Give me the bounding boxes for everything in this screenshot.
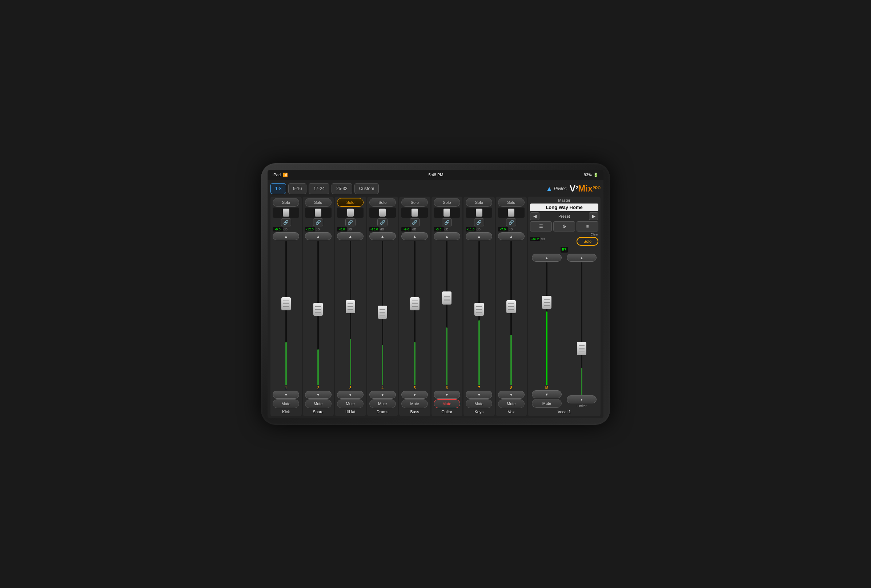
fader-thumb-6[interactable] bbox=[442, 292, 452, 305]
link-btn-7[interactable]: 🔗 bbox=[474, 218, 484, 226]
link-btn-5[interactable]: 🔗 bbox=[410, 218, 420, 226]
fader-thumb-8[interactable] bbox=[506, 300, 516, 313]
limiter-down-btn[interactable]: ▼ bbox=[567, 395, 597, 403]
db-value-2: -12.0 bbox=[305, 227, 315, 232]
db-display-6: -5.5 dB bbox=[434, 227, 460, 232]
solo-btn-2[interactable]: Solo bbox=[305, 198, 332, 207]
fader-track-6 bbox=[446, 241, 447, 385]
mute-btn-3[interactable]: Mute bbox=[337, 399, 364, 408]
solo-btn-1[interactable]: Solo bbox=[272, 198, 299, 207]
link-btn-4[interactable]: 🔗 bbox=[377, 218, 388, 226]
up-btn-4[interactable]: ▲ bbox=[369, 232, 396, 240]
master-solo-btn[interactable]: Solo bbox=[576, 237, 599, 246]
fader-container-7 bbox=[464, 241, 494, 385]
master-fader-container bbox=[530, 262, 563, 385]
link-btn-8[interactable]: 🔗 bbox=[506, 218, 516, 226]
up-btn-1[interactable]: ▲ bbox=[272, 232, 299, 240]
mute-btn-5[interactable]: Mute bbox=[401, 399, 428, 408]
master-up-btn[interactable]: ▲ bbox=[532, 254, 562, 262]
channel-strip-5: Solo 🔗 -9.0 dB ▲ bbox=[399, 197, 430, 416]
down-btn-4[interactable]: ▼ bbox=[369, 391, 396, 399]
solo-btn-7[interactable]: Solo bbox=[466, 198, 492, 207]
master-fader-track bbox=[546, 262, 548, 385]
solo-btn-5[interactable]: Solo bbox=[401, 198, 428, 207]
pan-slider-6[interactable] bbox=[434, 208, 460, 218]
down-btn-8[interactable]: ▼ bbox=[498, 391, 525, 399]
limiter-fader-level bbox=[581, 368, 582, 395]
up-btn-6[interactable]: ▲ bbox=[434, 232, 460, 240]
pan-slider-1[interactable] bbox=[272, 208, 299, 218]
db-value-5: -9.0 bbox=[401, 227, 412, 232]
solo-btn-8[interactable]: Solo bbox=[498, 198, 525, 207]
channel-num-4: 4 bbox=[381, 386, 383, 390]
channel-name-5: Bass bbox=[410, 409, 419, 414]
link-btn-2[interactable]: 🔗 bbox=[313, 218, 323, 226]
db-value-6: -5.5 bbox=[434, 227, 444, 232]
pan-slider-5[interactable] bbox=[401, 208, 428, 218]
up-btn-7[interactable]: ▲ bbox=[466, 232, 492, 240]
master-num-display: 57 bbox=[561, 247, 568, 253]
preset-prev-btn[interactable]: ◀ bbox=[530, 212, 539, 220]
up-btn-3[interactable]: ▲ bbox=[337, 232, 364, 240]
channel-name-8: Vox bbox=[508, 409, 514, 414]
fader-thumb-3[interactable] bbox=[346, 300, 355, 313]
down-btn-5[interactable]: ▼ bbox=[401, 391, 428, 399]
pan-slider-8[interactable] bbox=[498, 208, 525, 218]
tab-9-16[interactable]: 9-16 bbox=[288, 183, 307, 194]
channel-name-4: Drums bbox=[377, 409, 388, 414]
settings-btn[interactable]: ⚙ bbox=[553, 221, 575, 232]
channel-strip-7: Solo 🔗 -11.0 dB ▲ bbox=[464, 197, 495, 416]
channel-num-1: 1 bbox=[285, 386, 287, 390]
master-mute-btn[interactable]: Mute bbox=[532, 399, 562, 408]
limiter-up-btn[interactable]: ▲ bbox=[567, 254, 597, 262]
mute-btn-7[interactable]: Mute bbox=[466, 399, 492, 408]
tab-1-8[interactable]: 1-8 bbox=[271, 183, 286, 194]
fader-thumb-1[interactable] bbox=[281, 297, 291, 310]
link-btn-6[interactable]: 🔗 bbox=[441, 218, 452, 226]
pan-slider-3[interactable] bbox=[337, 208, 364, 218]
mixer-icon-btn[interactable]: ☰ bbox=[530, 221, 552, 232]
master-fader-thumb[interactable] bbox=[542, 296, 551, 309]
mute-btn-6[interactable]: Mute bbox=[434, 399, 460, 408]
device-label: iPad bbox=[272, 173, 281, 177]
solo-btn-4[interactable]: Solo bbox=[369, 198, 396, 207]
down-btn-7[interactable]: ▼ bbox=[466, 391, 492, 399]
down-btn-1[interactable]: ▼ bbox=[272, 391, 299, 399]
tab-17-24[interactable]: 17-24 bbox=[308, 183, 329, 194]
fader-thumb-5[interactable] bbox=[410, 297, 419, 310]
down-btn-3[interactable]: ▼ bbox=[337, 391, 364, 399]
menu-btn[interactable]: ≡ bbox=[576, 221, 599, 232]
channel-num-6: 6 bbox=[446, 386, 448, 390]
mute-btn-2[interactable]: Mute bbox=[305, 399, 332, 408]
up-btn-8[interactable]: ▲ bbox=[498, 232, 525, 240]
fader-container-5 bbox=[400, 241, 430, 385]
up-btn-5[interactable]: ▲ bbox=[401, 232, 428, 240]
pan-slider-2[interactable] bbox=[305, 208, 332, 218]
pan-slider-4[interactable] bbox=[369, 208, 396, 218]
preset-bar: ◀ Preset ▶ bbox=[530, 212, 599, 220]
mute-btn-1[interactable]: Mute bbox=[272, 399, 299, 408]
link-btn-3[interactable]: 🔗 bbox=[345, 218, 356, 226]
channel-name-3: HiHat bbox=[345, 409, 356, 414]
fader-thumb-2[interactable] bbox=[313, 303, 323, 316]
db-display-2: -12.0 dB bbox=[305, 227, 332, 232]
tab-25-32[interactable]: 25-32 bbox=[332, 183, 352, 194]
limiter-fader-thumb[interactable] bbox=[577, 342, 587, 355]
fader-thumb-4[interactable] bbox=[378, 306, 387, 319]
time-display: 5:48 PM bbox=[429, 173, 443, 177]
fader-thumb-7[interactable] bbox=[474, 303, 484, 316]
up-btn-2[interactable]: ▲ bbox=[305, 232, 332, 240]
clear-solo-area: Clear Solo bbox=[576, 233, 599, 246]
preset-next-btn[interactable]: ▶ bbox=[589, 212, 599, 220]
solo-btn-3[interactable]: Solo bbox=[337, 198, 364, 207]
pan-slider-7[interactable] bbox=[466, 208, 492, 218]
link-btn-1[interactable]: 🔗 bbox=[281, 218, 291, 226]
mute-btn-8[interactable]: Mute bbox=[498, 399, 525, 408]
fader-container-4 bbox=[368, 241, 398, 385]
down-btn-6[interactable]: ▼ bbox=[434, 391, 460, 399]
mute-btn-4[interactable]: Mute bbox=[369, 399, 396, 408]
tab-custom[interactable]: Custom bbox=[355, 183, 379, 194]
solo-btn-6[interactable]: Solo bbox=[434, 198, 460, 207]
down-btn-2[interactable]: ▼ bbox=[305, 391, 332, 399]
master-down-btn[interactable]: ▼ bbox=[532, 390, 562, 398]
